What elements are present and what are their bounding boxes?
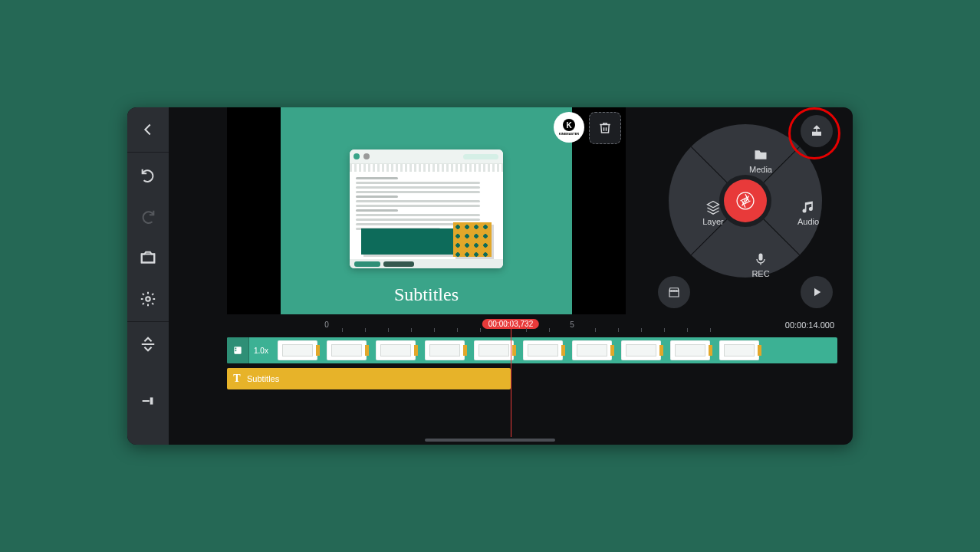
preview-floating-controls: K KINEMASTER	[554, 112, 621, 144]
clip-thumbnail	[621, 340, 661, 360]
video-editor-app: Subtitles K KINEMASTER Media Layer	[127, 107, 853, 445]
clip-thumbnail	[670, 340, 710, 360]
jump-to-end-button[interactable]	[127, 380, 169, 422]
delete-button[interactable]	[589, 112, 621, 144]
preview-caption: Subtitles	[281, 284, 572, 305]
rec-label: REC	[751, 269, 769, 278]
clip-thumbnail	[572, 340, 612, 360]
shutter-button[interactable]	[724, 179, 767, 222]
share-button[interactable]	[801, 115, 833, 147]
home-indicator	[425, 439, 555, 442]
clip-thumbnail	[474, 340, 514, 360]
preview-overlay-pattern	[453, 222, 492, 257]
svg-rect-9	[235, 350, 237, 351]
layer-button[interactable]: Layer	[682, 199, 744, 226]
playhead[interactable]	[511, 319, 511, 437]
text-icon: T	[227, 373, 247, 385]
video-clip-handle-icon	[227, 337, 249, 363]
clip-speed: 1.0x	[254, 347, 268, 355]
clip-thumbnail	[278, 340, 317, 360]
settings-button[interactable]	[127, 278, 169, 320]
svg-rect-4	[150, 397, 153, 404]
timeline-expand-button[interactable]	[127, 324, 169, 365]
video-track[interactable]: 1.0x	[227, 337, 837, 363]
media-label: Media	[749, 165, 772, 174]
clip-thumbnail	[425, 340, 465, 360]
duration-label: 00:00:14.000	[785, 320, 834, 330]
divider	[127, 321, 169, 322]
capture-button[interactable]	[127, 237, 169, 278]
rec-button[interactable]: REC	[730, 251, 791, 278]
action-wheel-panel: Media Layer Audio REC	[653, 110, 837, 325]
undo-button[interactable]	[127, 154, 169, 196]
preview-canvas: Subtitles	[281, 107, 572, 314]
svg-rect-5	[759, 254, 763, 261]
watermark-label: KINEMASTER	[559, 132, 579, 136]
clip-thumbnail	[523, 340, 563, 360]
text-track-label: Subtitles	[247, 374, 279, 383]
redo-button[interactable]	[127, 196, 169, 237]
back-button[interactable]	[127, 109, 169, 150]
ruler-tick-0: 0	[324, 320, 329, 329]
text-track[interactable]: T Subtitles	[227, 368, 511, 389]
ruler-tick-5: 5	[570, 320, 574, 329]
audio-button[interactable]: Audio	[778, 199, 839, 226]
preview-overlay-rect	[361, 228, 453, 255]
time-ruler[interactable]: 0 5 00:00:14.000 00:00:03,732	[227, 319, 837, 336]
left-sidebar	[127, 107, 169, 445]
clip-thumbnail	[327, 340, 367, 360]
clip-thumbnail	[719, 340, 759, 360]
store-button[interactable]	[658, 276, 690, 308]
clip-thumbnail	[376, 340, 416, 360]
watermark-badge[interactable]: K KINEMASTER	[554, 112, 584, 143]
svg-marker-6	[814, 288, 821, 297]
divider	[127, 152, 169, 153]
audio-label: Audio	[797, 217, 819, 226]
media-button[interactable]: Media	[730, 147, 791, 174]
svg-rect-8	[235, 348, 237, 350]
svg-rect-0	[142, 254, 155, 262]
play-button[interactable]	[801, 276, 833, 308]
svg-point-1	[146, 297, 150, 301]
layer-label: Layer	[702, 217, 724, 226]
preview-area[interactable]: Subtitles K KINEMASTER	[227, 107, 626, 314]
action-wheel: Media Layer Audio REC	[669, 124, 822, 278]
